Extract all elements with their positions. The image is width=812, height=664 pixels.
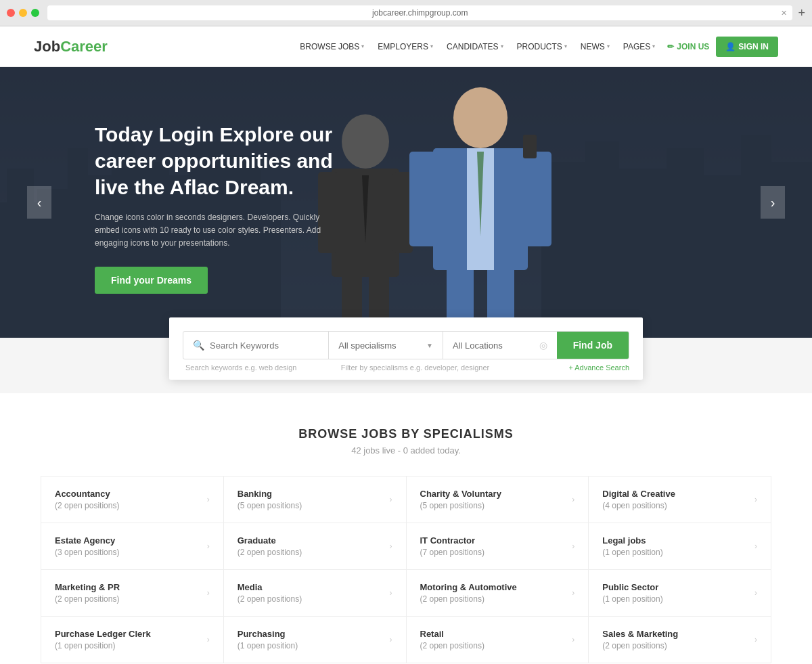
job-category-item[interactable]: Media (2 open positions) › (224, 570, 407, 617)
job-category-item[interactable]: Sales & Marketing (2 open positions) › (589, 617, 771, 663)
job-category-info: IT Contractor (7 open positions) (420, 535, 484, 557)
address-bar[interactable]: jobcareer.chimpgroup.com ✕ (47, 5, 792, 20)
hero-person-2 (406, 81, 555, 338)
chevron-down-icon: ▾ (652, 43, 655, 49)
job-category-name: Public Sector (602, 582, 662, 592)
nav-pages[interactable]: PAGES ▾ (618, 38, 660, 56)
site-wrapper: JobCareer BROWSE JOBS ▾ EMPLOYERS ▾ CAND… (0, 26, 812, 664)
nav-news[interactable]: NEWS ▾ (575, 38, 615, 56)
chevron-right-icon: › (572, 495, 574, 504)
job-category-item[interactable]: Marketing & PR (2 open positions) › (41, 570, 224, 617)
nav-employers[interactable]: EMPLOYERS ▾ (372, 38, 438, 56)
hero-section: Today Login Explore our career opportuni… (0, 67, 812, 338)
job-category-info: Accountancy (2 open positions) (55, 489, 119, 510)
job-category-item[interactable]: Public Sector (1 open position) › (589, 570, 771, 617)
job-category-info: Graduate (2 open positions) (238, 535, 302, 557)
job-category-item[interactable]: Estate Agency (3 open positions) › (41, 523, 224, 570)
job-category-name: Legal jobs (602, 535, 662, 546)
nav-products[interactable]: PRODUCTS ▾ (512, 38, 572, 56)
job-category-name: Graduate (238, 535, 302, 546)
job-category-name: IT Contractor (420, 535, 484, 546)
specialisms-select[interactable]: All specialisms ▼ (329, 332, 443, 359)
chevron-down-icon: ▾ (430, 43, 433, 49)
svg-point-25 (453, 87, 508, 148)
job-category-name: Retail (420, 629, 484, 639)
hero-prev-button[interactable]: ‹ (27, 186, 51, 219)
job-category-count: (1 open position) (602, 548, 662, 557)
job-category-count: (1 open position) (238, 641, 298, 650)
chevron-right-icon: › (572, 541, 574, 551)
logo-career: Career (60, 38, 108, 55)
job-category-item[interactable]: Graduate (2 open positions) › (224, 523, 407, 570)
chevron-right-icon: › (754, 541, 757, 551)
chevron-right-icon: › (754, 635, 757, 644)
job-category-name: Accountancy (55, 489, 119, 499)
job-category-item[interactable]: Banking (5 open positions) › (224, 477, 407, 523)
job-category-item[interactable]: Purchase Ledger Clerk (1 open position) … (41, 617, 224, 663)
job-category-count: (2 open positions) (238, 594, 302, 604)
job-category-name: Estate Agency (55, 535, 119, 546)
maximize-window-button[interactable] (31, 9, 39, 17)
job-category-count: (5 open positions) (420, 501, 501, 510)
close-tab-icon[interactable]: ✕ (781, 9, 787, 18)
svg-rect-29 (523, 135, 537, 158)
chevron-right-icon: › (754, 495, 757, 504)
location-label: All Locations (453, 340, 535, 351)
site-header: JobCareer BROWSE JOBS ▾ EMPLOYERS ▾ CAND… (0, 26, 812, 67)
specialisms-hint: Filter by specialisms e.g. developer, de… (338, 363, 569, 372)
browse-jobs-title: BROWSE JOBS BY SPECIALISMS (41, 427, 771, 441)
minimize-window-button[interactable] (19, 9, 27, 17)
keyword-field-wrap: 🔍 (183, 332, 329, 359)
main-nav: BROWSE JOBS ▾ EMPLOYERS ▾ CANDIDATES ▾ P… (294, 38, 660, 56)
find-job-button[interactable]: Find Job (557, 332, 629, 359)
job-category-item[interactable]: Digital & Creative (4 open positions) › (589, 477, 771, 523)
search-icon: 🔍 (193, 340, 204, 351)
join-us-button[interactable]: ✏ JOIN US (660, 38, 716, 56)
job-category-info: Marketing & PR (2 open positions) (55, 582, 120, 604)
job-category-name: Purchase Ledger Clerk (55, 629, 151, 639)
job-category-count: (2 open positions) (602, 641, 678, 650)
chevron-right-icon: › (207, 635, 210, 644)
job-category-info: Digital & Creative (4 open positions) (602, 489, 675, 510)
new-tab-button[interactable]: + (798, 6, 805, 20)
advance-search-link[interactable]: + Advance Search (568, 363, 629, 372)
chevron-down-icon: ▾ (361, 43, 364, 49)
job-category-item[interactable]: IT Contractor (7 open positions) › (407, 523, 589, 570)
sign-in-button[interactable]: 👤 SIGN IN (716, 37, 778, 57)
job-category-name: Sales & Marketing (602, 629, 678, 639)
chevron-down-icon: ▾ (501, 43, 503, 49)
job-category-item[interactable]: Purchasing (1 open position) › (224, 617, 407, 663)
job-category-name: Digital & Creative (602, 489, 675, 499)
hero-title: Today Login Explore our career opportuni… (95, 121, 338, 200)
find-dreams-button[interactable]: Find your Dreams (95, 267, 208, 294)
chevron-right-icon: › (207, 588, 210, 598)
close-window-button[interactable] (7, 9, 15, 17)
nav-browse-jobs[interactable]: BROWSE JOBS ▾ (294, 38, 369, 56)
job-category-item[interactable]: Motoring & Automotive (2 open positions)… (407, 570, 589, 617)
job-category-name: Marketing & PR (55, 582, 120, 592)
chevron-right-icon: › (207, 541, 210, 551)
hero-next-button[interactable]: › (761, 186, 785, 219)
keyword-input[interactable] (210, 340, 319, 351)
browse-jobs-section: BROWSE JOBS BY SPECIALISMS 42 jobs live … (0, 393, 812, 664)
job-category-item[interactable]: Accountancy (2 open positions) › (41, 477, 224, 523)
job-category-info: Retail (2 open positions) (420, 629, 484, 650)
chevron-right-icon: › (390, 588, 392, 598)
left-arrow-icon: ‹ (37, 195, 42, 211)
search-bar: 🔍 All specialisms ▼ All Locations ◎ Find… (183, 331, 629, 359)
job-category-info: Sales & Marketing (2 open positions) (602, 629, 678, 650)
job-category-item[interactable]: Charity & Voluntary (5 open positions) › (407, 477, 589, 523)
search-section: 🔍 All specialisms ▼ All Locations ◎ Find… (169, 317, 643, 380)
job-category-name: Banking (238, 489, 302, 499)
job-category-item[interactable]: Retail (2 open positions) › (407, 617, 589, 663)
job-category-count: (2 open positions) (55, 501, 119, 510)
job-category-info: Estate Agency (3 open positions) (55, 535, 119, 557)
nav-candidates[interactable]: CANDIDATES ▾ (441, 38, 508, 56)
job-category-info: Purchase Ledger Clerk (1 open position) (55, 629, 151, 650)
job-category-item[interactable]: Legal jobs (1 open position) › (589, 523, 771, 570)
job-category-count: (4 open positions) (602, 501, 675, 510)
job-category-count: (5 open positions) (238, 501, 302, 510)
site-logo[interactable]: JobCareer (34, 38, 108, 56)
chevron-right-icon: › (390, 495, 392, 504)
person-icon: 👤 (725, 42, 736, 51)
